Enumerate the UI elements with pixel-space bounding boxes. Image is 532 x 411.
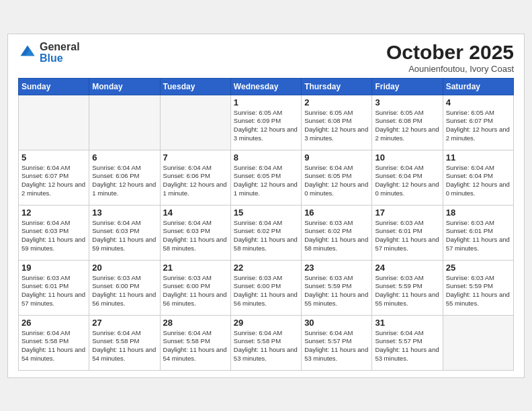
day-number: 28: [163, 318, 228, 328]
day-cell: 6Sunrise: 6:04 AM Sunset: 6:06 PM Daylig…: [89, 150, 160, 205]
header-cell-monday: Monday: [89, 78, 160, 95]
day-info: Sunrise: 6:04 AM Sunset: 5:57 PM Dayligh…: [375, 329, 439, 363]
day-cell: 30Sunrise: 6:04 AM Sunset: 5:57 PM Dayli…: [302, 315, 372, 370]
day-cell: 10Sunrise: 6:04 AM Sunset: 6:04 PM Dayli…: [372, 150, 443, 205]
day-info: Sunrise: 6:03 AM Sunset: 6:02 PM Dayligh…: [304, 219, 369, 253]
day-info: Sunrise: 6:04 AM Sunset: 6:02 PM Dayligh…: [234, 219, 298, 253]
header-cell-tuesday: Tuesday: [160, 78, 230, 95]
day-info: Sunrise: 6:03 AM Sunset: 6:01 PM Dayligh…: [375, 219, 439, 253]
day-cell: 22Sunrise: 6:03 AM Sunset: 6:00 PM Dayli…: [230, 260, 301, 315]
day-cell: 29Sunrise: 6:04 AM Sunset: 5:58 PM Dayli…: [230, 315, 301, 370]
day-number: 15: [234, 208, 298, 218]
calendar-container: General Blue October 2025 Aounienfoutou,…: [7, 34, 525, 378]
day-cell: 4Sunrise: 6:05 AM Sunset: 6:07 PM Daylig…: [443, 95, 513, 150]
day-cell: 12Sunrise: 6:04 AM Sunset: 6:03 PM Dayli…: [19, 205, 89, 260]
calendar-body: 1Sunrise: 6:05 AM Sunset: 6:09 PM Daylig…: [19, 95, 514, 370]
header-cell-saturday: Saturday: [443, 78, 513, 95]
day-cell: 19Sunrise: 6:03 AM Sunset: 6:01 PM Dayli…: [19, 260, 89, 315]
day-info: Sunrise: 6:04 AM Sunset: 6:06 PM Dayligh…: [92, 164, 157, 198]
day-number: 13: [92, 208, 157, 218]
day-info: Sunrise: 6:03 AM Sunset: 6:00 PM Dayligh…: [234, 274, 298, 308]
week-row-4: 26Sunrise: 6:04 AM Sunset: 5:58 PM Dayli…: [19, 315, 514, 370]
day-info: Sunrise: 6:05 AM Sunset: 6:08 PM Dayligh…: [304, 109, 369, 143]
day-number: 14: [163, 208, 228, 218]
day-number: 8: [234, 152, 298, 163]
day-cell: 28Sunrise: 6:04 AM Sunset: 5:58 PM Dayli…: [160, 315, 230, 370]
day-number: 6: [92, 152, 157, 163]
day-number: 20: [92, 263, 157, 273]
title-block: October 2025 Aounienfoutou, Ivory Coast: [386, 41, 514, 74]
day-info: Sunrise: 6:04 AM Sunset: 6:05 PM Dayligh…: [304, 164, 369, 198]
day-info: Sunrise: 6:03 AM Sunset: 6:00 PM Dayligh…: [163, 274, 228, 308]
header-cell-wednesday: Wednesday: [230, 78, 301, 95]
day-info: Sunrise: 6:04 AM Sunset: 6:03 PM Dayligh…: [21, 219, 86, 253]
day-number: 21: [163, 263, 228, 273]
day-cell: 21Sunrise: 6:03 AM Sunset: 6:00 PM Dayli…: [160, 260, 230, 315]
day-number: 12: [21, 208, 86, 218]
day-number: 5: [21, 152, 86, 163]
day-cell: 2Sunrise: 6:05 AM Sunset: 6:08 PM Daylig…: [302, 95, 372, 150]
day-number: 24: [375, 263, 439, 273]
day-cell: 1Sunrise: 6:05 AM Sunset: 6:09 PM Daylig…: [230, 95, 301, 150]
day-cell: 26Sunrise: 6:04 AM Sunset: 5:58 PM Dayli…: [19, 315, 89, 370]
day-number: 7: [163, 152, 228, 163]
day-info: Sunrise: 6:03 AM Sunset: 6:01 PM Dayligh…: [446, 219, 511, 253]
day-cell: 15Sunrise: 6:04 AM Sunset: 6:02 PM Dayli…: [230, 205, 301, 260]
day-info: Sunrise: 6:03 AM Sunset: 5:59 PM Dayligh…: [304, 274, 369, 308]
day-cell: 14Sunrise: 6:04 AM Sunset: 6:03 PM Dayli…: [160, 205, 230, 260]
day-info: Sunrise: 6:05 AM Sunset: 6:08 PM Dayligh…: [375, 109, 439, 143]
day-number: 17: [375, 208, 439, 218]
day-info: Sunrise: 6:04 AM Sunset: 5:57 PM Dayligh…: [304, 329, 369, 363]
day-number: 11: [446, 152, 511, 163]
day-cell: 18Sunrise: 6:03 AM Sunset: 6:01 PM Dayli…: [443, 205, 513, 260]
day-number: 30: [304, 318, 369, 328]
day-number: 23: [304, 263, 369, 273]
day-info: Sunrise: 6:04 AM Sunset: 6:04 PM Dayligh…: [375, 164, 439, 198]
week-row-3: 19Sunrise: 6:03 AM Sunset: 6:01 PM Dayli…: [19, 260, 514, 315]
calendar-table: SundayMondayTuesdayWednesdayThursdayFrid…: [18, 78, 514, 371]
day-cell: 20Sunrise: 6:03 AM Sunset: 6:00 PM Dayli…: [89, 260, 160, 315]
header-row: SundayMondayTuesdayWednesdayThursdayFrid…: [19, 78, 514, 95]
day-info: Sunrise: 6:03 AM Sunset: 5:59 PM Dayligh…: [375, 274, 439, 308]
day-number: 22: [234, 263, 298, 273]
day-number: 18: [446, 208, 511, 218]
day-cell: 31Sunrise: 6:04 AM Sunset: 5:57 PM Dayli…: [372, 315, 443, 370]
day-cell: [160, 95, 230, 150]
day-info: Sunrise: 6:04 AM Sunset: 5:58 PM Dayligh…: [163, 329, 228, 363]
day-cell: 8Sunrise: 6:04 AM Sunset: 6:05 PM Daylig…: [230, 150, 301, 205]
logo-icon: [18, 43, 37, 62]
day-number: 2: [304, 97, 369, 107]
day-info: Sunrise: 6:05 AM Sunset: 6:07 PM Dayligh…: [446, 109, 511, 143]
day-info: Sunrise: 6:04 AM Sunset: 6:07 PM Dayligh…: [21, 164, 86, 198]
day-number: 9: [304, 152, 369, 163]
calendar-thead: SundayMondayTuesdayWednesdayThursdayFrid…: [19, 78, 514, 95]
day-cell: 5Sunrise: 6:04 AM Sunset: 6:07 PM Daylig…: [19, 150, 89, 205]
calendar-header: General Blue October 2025 Aounienfoutou,…: [18, 41, 514, 74]
day-cell: 7Sunrise: 6:04 AM Sunset: 6:06 PM Daylig…: [160, 150, 230, 205]
logo-text: General Blue: [40, 41, 80, 64]
day-info: Sunrise: 6:03 AM Sunset: 5:59 PM Dayligh…: [446, 274, 511, 308]
day-number: 26: [21, 318, 86, 328]
day-number: 29: [234, 318, 298, 328]
day-number: 16: [304, 208, 369, 218]
day-number: 19: [21, 263, 86, 273]
day-cell: [443, 315, 513, 370]
day-number: 27: [92, 318, 157, 328]
logo-general-text: General: [40, 41, 80, 53]
day-cell: 16Sunrise: 6:03 AM Sunset: 6:02 PM Dayli…: [302, 205, 372, 260]
day-number: 25: [446, 263, 511, 273]
day-cell: 23Sunrise: 6:03 AM Sunset: 5:59 PM Dayli…: [302, 260, 372, 315]
day-info: Sunrise: 6:04 AM Sunset: 6:04 PM Dayligh…: [446, 164, 511, 198]
header-cell-thursday: Thursday: [302, 78, 372, 95]
logo: General Blue: [18, 41, 80, 64]
day-info: Sunrise: 6:04 AM Sunset: 5:58 PM Dayligh…: [92, 329, 157, 363]
logo-blue-text: Blue: [40, 52, 80, 64]
day-number: 10: [375, 152, 439, 163]
day-info: Sunrise: 6:04 AM Sunset: 6:03 PM Dayligh…: [163, 219, 228, 253]
day-info: Sunrise: 6:04 AM Sunset: 6:03 PM Dayligh…: [92, 219, 157, 253]
day-cell: [19, 95, 89, 150]
week-row-1: 5Sunrise: 6:04 AM Sunset: 6:07 PM Daylig…: [19, 150, 514, 205]
day-info: Sunrise: 6:04 AM Sunset: 6:06 PM Dayligh…: [163, 164, 228, 198]
day-cell: 25Sunrise: 6:03 AM Sunset: 5:59 PM Dayli…: [443, 260, 513, 315]
week-row-0: 1Sunrise: 6:05 AM Sunset: 6:09 PM Daylig…: [19, 95, 514, 150]
